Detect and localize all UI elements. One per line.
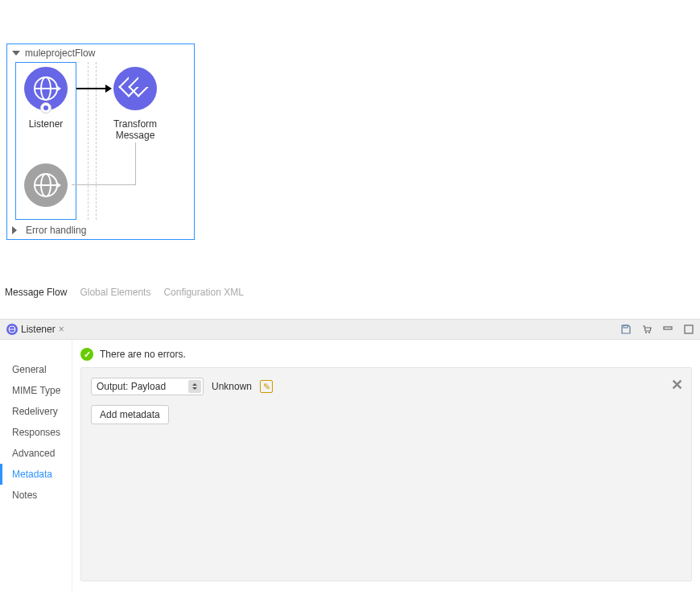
error-handling-label: Error handling bbox=[26, 225, 86, 236]
properties-tab-title: Listener bbox=[21, 324, 56, 335]
flow-header[interactable]: muleprojectFlow bbox=[7, 44, 194, 62]
listener-label: Listener bbox=[14, 118, 78, 130]
globe-icon bbox=[34, 173, 58, 197]
divider bbox=[88, 62, 89, 220]
tab-message-flow[interactable]: Message Flow bbox=[5, 287, 67, 298]
cart-icon[interactable] bbox=[640, 323, 653, 336]
type-label: Unknown bbox=[212, 381, 252, 392]
metadata-content: ✕ Output: Payload Unknown ✎ Add metadata bbox=[80, 367, 692, 581]
status-text: There are no errors. bbox=[100, 349, 186, 360]
side-tab-advanced[interactable]: Advanced bbox=[0, 443, 72, 464]
svg-rect-5 bbox=[664, 327, 672, 329]
svg-rect-2 bbox=[624, 325, 628, 328]
svg-rect-6 bbox=[685, 325, 693, 333]
canvas-tabs: Message Flow Global Elements Configurati… bbox=[5, 287, 244, 298]
response-node[interactable] bbox=[24, 163, 68, 207]
listener-node[interactable] bbox=[24, 67, 68, 110]
properties-panel-header: Listener × bbox=[0, 319, 700, 340]
edit-icon[interactable]: ✎ bbox=[260, 380, 273, 393]
error-handling-section[interactable]: Error handling bbox=[7, 221, 194, 239]
ok-icon: ✓ bbox=[80, 348, 93, 361]
transform-label: Transform Message bbox=[103, 118, 167, 141]
properties-side-tabs: General MIME Type Redelivery Responses A… bbox=[0, 340, 72, 591]
globe-icon bbox=[34, 76, 58, 101]
side-tab-general[interactable]: General bbox=[0, 359, 72, 380]
svg-point-4 bbox=[649, 332, 650, 333]
flow-container[interactable]: muleprojectFlow Listener bbox=[6, 43, 195, 240]
select-caret-icon bbox=[188, 380, 201, 393]
connector-line bbox=[72, 184, 136, 185]
connector-badge-icon bbox=[40, 102, 51, 114]
output-select-value: Output: Payload bbox=[97, 381, 166, 392]
listener-icon bbox=[6, 324, 18, 335]
status-row: ✓ There are no errors. bbox=[80, 348, 186, 361]
side-tab-mime-type[interactable]: MIME Type bbox=[0, 380, 72, 401]
side-tab-notes[interactable]: Notes bbox=[0, 485, 72, 506]
close-icon[interactable]: ✕ bbox=[671, 376, 683, 394]
flow-name: muleprojectFlow bbox=[25, 48, 95, 59]
tab-global-elements[interactable]: Global Elements bbox=[80, 287, 150, 298]
close-icon[interactable]: × bbox=[59, 324, 64, 335]
disclosure-down-icon bbox=[12, 51, 20, 56]
transform-icon bbox=[123, 76, 147, 101]
properties-tab[interactable]: Listener × bbox=[5, 322, 66, 337]
flow-arrow bbox=[76, 88, 105, 89]
side-tab-redelivery[interactable]: Redelivery bbox=[0, 401, 72, 422]
minimize-icon[interactable] bbox=[661, 323, 674, 336]
add-metadata-button[interactable]: Add metadata bbox=[91, 405, 169, 424]
maximize-icon[interactable] bbox=[682, 323, 695, 336]
panel-toolbar bbox=[620, 323, 695, 336]
divider bbox=[96, 62, 97, 220]
flow-body: Listener Transform Message bbox=[15, 62, 186, 221]
svg-point-3 bbox=[645, 332, 647, 333]
tab-configuration-xml[interactable]: Configuration XML bbox=[163, 287, 243, 298]
output-select[interactable]: Output: Payload bbox=[91, 378, 204, 395]
connector-line bbox=[135, 143, 136, 184]
properties-main: ✓ There are no errors. ✕ Output: Payload… bbox=[72, 340, 700, 591]
save-icon[interactable] bbox=[620, 323, 632, 336]
arrowhead-icon bbox=[105, 85, 112, 93]
properties-panel-body: General MIME Type Redelivery Responses A… bbox=[0, 340, 700, 591]
flow-canvas[interactable]: muleprojectFlow Listener bbox=[0, 0, 700, 304]
side-tab-responses[interactable]: Responses bbox=[0, 422, 72, 443]
side-tab-metadata[interactable]: Metadata bbox=[0, 464, 72, 485]
transform-node[interactable] bbox=[113, 67, 157, 110]
disclosure-right-icon bbox=[12, 226, 21, 234]
